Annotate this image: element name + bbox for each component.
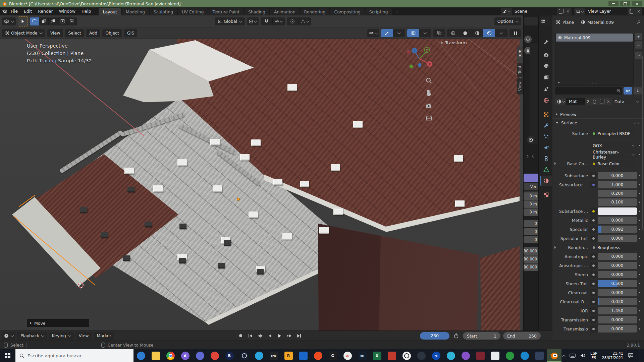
filter-search-input[interactable] [555, 87, 622, 95]
properties-tab-output[interactable] [540, 61, 552, 71]
properties-tab-particles[interactable] [540, 131, 552, 141]
animate-dot[interactable]: • [637, 209, 642, 214]
add-slot-button[interactable]: + [635, 33, 642, 40]
scrollbar[interactable] [642, 56, 643, 230]
proportional-falloff-dropdown[interactable] [299, 17, 311, 25]
animate-dot[interactable]: • [637, 317, 642, 322]
taskbar-search-input[interactable]: Escribe aquí para buscar [15, 349, 133, 362]
animate-dot[interactable]: • [637, 308, 642, 313]
properties-tab-scene[interactable] [540, 84, 552, 94]
decorator-input-button[interactable] [590, 172, 597, 179]
animate-dot[interactable]: • [637, 272, 642, 277]
menu-help[interactable]: Help [78, 8, 94, 15]
taskbar-app-app-purple-planet[interactable] [193, 349, 207, 362]
decorator-input-button[interactable] [590, 298, 597, 305]
unlink-material-button[interactable]: × [605, 98, 612, 105]
select-mode-extend[interactable] [39, 17, 49, 25]
menu-edit[interactable]: Edit [21, 8, 35, 15]
snap-target-dropdown[interactable] [273, 17, 285, 25]
taskbar-app-msfs[interactable] [296, 349, 311, 362]
zoom-view-icon[interactable] [425, 77, 433, 84]
gizmo-axis-z-neg[interactable] [418, 63, 422, 67]
value-field[interactable]: Principled BSDF [590, 130, 637, 137]
show-gizmo-toggle[interactable] [381, 29, 393, 37]
sidebar-transform-panel-header[interactable]: Transform [441, 40, 467, 45]
tab-uv-editing[interactable]: UV Editing [178, 8, 208, 15]
tab-shading[interactable]: Shading [244, 8, 269, 15]
timeline-editor-selector[interactable] [2, 332, 15, 340]
pin-icon[interactable] [636, 20, 641, 24]
scene-new-copy-button[interactable] [557, 8, 564, 15]
users-count-button[interactable]: 2 [585, 98, 591, 105]
slot-specials-button[interactable] [635, 52, 642, 59]
breadcrumb-object[interactable]: Plane [562, 20, 574, 25]
shader-editor-header[interactable] [524, 17, 538, 25]
select-mode-invert[interactable] [58, 17, 67, 25]
navigation-gizmo[interactable]: Z Y X [404, 46, 438, 73]
taskbar-app-app-purple[interactable] [458, 349, 473, 362]
decorator-input-button[interactable] [590, 235, 597, 242]
taskbar-app-excel[interactable]: X [370, 349, 384, 362]
gizmo-axis-x-neg[interactable] [407, 50, 411, 54]
taskbar-app-steam[interactable] [237, 349, 252, 362]
value-slider[interactable]: 0.030 [598, 298, 637, 305]
value-slider[interactable]: 0.000 [598, 217, 637, 224]
show-overlays-toggle[interactable] [407, 29, 419, 37]
blender-menu-logo-icon[interactable] [2, 9, 8, 14]
value-slider[interactable]: 0.500 [598, 280, 637, 287]
value-slider[interactable]: 0.000 [598, 253, 637, 260]
view-layer-name-field[interactable]: View Layer [585, 8, 628, 15]
tray-expand-icon[interactable] [562, 355, 566, 358]
close-button[interactable]: × [632, 1, 642, 6]
taskbar-app-chrome[interactable] [163, 349, 178, 362]
properties-tab-data[interactable] [540, 164, 552, 174]
animate-dot[interactable]: • [637, 326, 642, 331]
value-field[interactable]: Roughness [590, 244, 637, 251]
filter-toggle-icon[interactable] [557, 82, 560, 83]
value-slider[interactable]: 0.100 [598, 198, 637, 206]
prev-keyframe-button[interactable] [256, 332, 264, 340]
decorator-input-button[interactable] [590, 207, 597, 215]
jump-to-start-button[interactable] [246, 332, 255, 340]
menu-file[interactable]: File [8, 8, 21, 15]
timeline-menu-view[interactable]: View [76, 332, 92, 340]
decorator-input-button[interactable] [590, 262, 597, 269]
taskbar-app-file-explorer[interactable] [148, 349, 163, 362]
value-slider[interactable]: 0.000 [598, 172, 637, 179]
remove-slot-button[interactable]: − [635, 41, 642, 49]
taskbar-app-playstation[interactable]: PS [429, 349, 443, 362]
value-slider[interactable]: 0.000 [598, 325, 637, 333]
animate-dot[interactable]: • [637, 263, 642, 268]
menu-render[interactable]: Render [35, 8, 56, 15]
viewport-menu-add[interactable]: Add [86, 29, 100, 37]
fake-user-button[interactable] [591, 98, 598, 105]
maximize-button[interactable] [620, 1, 630, 6]
tab-layout[interactable]: Layout [99, 8, 121, 15]
properties-tab-constraints[interactable] [540, 154, 552, 164]
properties-tab-modifiers[interactable] [540, 120, 552, 130]
taskbar-app-app-light-square[interactable] [488, 349, 502, 362]
properties-tab-world[interactable] [540, 95, 552, 105]
operator-panel-move[interactable]: Move [27, 319, 89, 327]
taskbar-app-app-blue[interactable] [517, 349, 532, 362]
taskbar-app-games-badge[interactable]: G [325, 349, 340, 362]
decorator-input-button[interactable] [590, 289, 597, 296]
value-slider[interactable]: 0.000 [598, 262, 637, 269]
viewport-menu-object[interactable]: Object [102, 29, 122, 37]
properties-tab-material[interactable] [540, 176, 552, 186]
tab-modeling[interactable]: Modeling [122, 8, 149, 15]
scene-name-field[interactable]: Scene [512, 8, 557, 15]
touch-keyboard-icon[interactable] [570, 353, 576, 358]
editor-type-selector[interactable] [2, 17, 16, 25]
mode-selector[interactable]: Object Mode [2, 29, 45, 37]
decorator-input-button[interactable] [590, 217, 597, 224]
scene-unlink-button[interactable]: × [564, 8, 572, 15]
sidebar-tab-tool[interactable]: Tool [517, 63, 523, 77]
collapsed-shader-editor[interactable]: Vec nt 0 m0 m0 m00080.00080.00080.000 [523, 15, 538, 330]
timeline-menu-playback[interactable]: Playback [17, 332, 47, 340]
sidebar-tab-item[interactable]: Item [517, 46, 523, 62]
animate-dot[interactable]: • [637, 254, 642, 259]
snap-toggle[interactable] [261, 17, 273, 25]
collapse-triangle-icon[interactable] [554, 246, 556, 249]
play-reverse-button[interactable] [266, 332, 274, 340]
